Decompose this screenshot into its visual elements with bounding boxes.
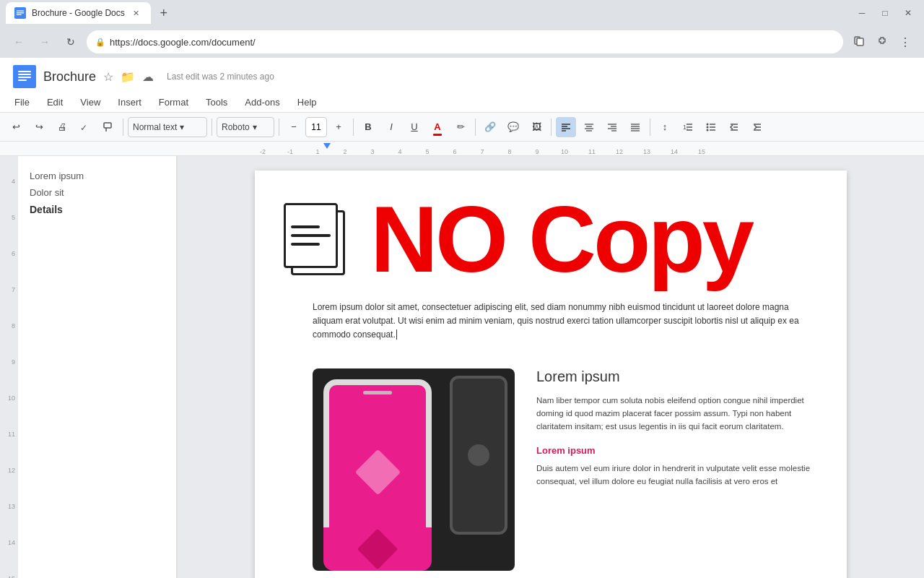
toolbar-separator-7 xyxy=(650,118,650,136)
svg-text:✓: ✓ xyxy=(80,123,87,132)
menu-tools[interactable]: Tools xyxy=(203,94,230,112)
menu-format[interactable]: Format xyxy=(156,94,191,112)
line-number: 7 xyxy=(0,272,18,308)
no-copy-watermark: NO Copy xyxy=(370,192,751,286)
font-select-arrow: ▾ xyxy=(253,122,257,132)
document-title[interactable]: Brochure xyxy=(43,69,96,85)
text-color-button[interactable]: A xyxy=(427,117,448,137)
address-bar: ← → ↻ 🔒 https://docs.google.com/document… xyxy=(0,26,924,58)
print-button[interactable]: 🖨 xyxy=(52,117,72,137)
ruler: -2 -1 1 2 3 4 5 6 7 8 9 10 11 12 13 14 1… xyxy=(0,142,924,156)
svg-point-35 xyxy=(707,126,709,128)
svg-rect-5 xyxy=(857,38,863,46)
redo-button[interactable]: ↪ xyxy=(29,117,49,137)
bold-button[interactable]: B xyxy=(358,117,378,137)
docs-toolbar: ↩ ↪ 🖨 ✓ Normal text ▾ Roboto ▾ − + B I U… xyxy=(0,113,924,142)
tab-close-button[interactable]: ✕ xyxy=(131,7,142,19)
undo-button[interactable]: ↩ xyxy=(6,117,26,137)
line-number: 10 xyxy=(0,380,18,416)
title-bar: Brochure - Google Docs ✕ + ─ □ ✕ xyxy=(0,0,924,26)
right-column[interactable]: Lorem ipsum Nam liber tempor cum soluta … xyxy=(536,368,818,571)
docs-header: Brochure ☆ 📁 ☁ Last edit was 2 minutes a… xyxy=(0,58,924,113)
line-number: 13 xyxy=(0,488,18,525)
menu-edit[interactable]: Edit xyxy=(44,94,66,112)
bookmarks-icon[interactable] xyxy=(849,32,869,52)
maximize-button[interactable]: □ xyxy=(875,3,895,23)
svg-rect-12 xyxy=(104,123,111,128)
url-bar[interactable]: 🔒 https://docs.google.com/document/ xyxy=(87,30,843,53)
doc-icon-front xyxy=(284,203,338,268)
left-margin: 4 5 6 7 8 9 10 11 12 13 14 15 16 xyxy=(0,156,18,578)
browser-tab[interactable]: Brochure - Google Docs ✕ xyxy=(6,2,151,24)
comment-button[interactable]: 💬 xyxy=(503,117,523,137)
outline-item-lorem-ipsum[interactable]: Lorem ipsum xyxy=(30,168,165,184)
indent-less-button[interactable] xyxy=(724,117,744,137)
link-button[interactable]: 🔗 xyxy=(480,117,500,137)
outline-item-details[interactable]: Details xyxy=(30,201,165,218)
italic-button[interactable]: I xyxy=(381,117,401,137)
line-number: 4 xyxy=(0,163,18,199)
menu-help[interactable]: Help xyxy=(295,94,320,112)
svg-rect-10 xyxy=(18,79,27,81)
doc-lines-front xyxy=(284,218,338,253)
minimize-button[interactable]: ─ xyxy=(852,3,872,23)
svg-rect-3 xyxy=(17,14,22,15)
menu-icon[interactable]: ⋮ xyxy=(895,32,915,52)
menu-view[interactable]: View xyxy=(77,94,103,112)
last-edit-text: Last edit was 2 minutes ago xyxy=(167,72,274,82)
align-left-button[interactable] xyxy=(556,117,576,137)
style-select-label: Normal text xyxy=(133,122,177,132)
paint-format-button[interactable] xyxy=(98,117,118,137)
doc-line xyxy=(291,243,320,246)
doc-area[interactable]: NO Copy Lorem ipsum dolor sit amet, cons… xyxy=(178,156,924,578)
outline-item-dolor-sit[interactable]: Dolor sit xyxy=(30,184,165,201)
browser-toolbar-icons: ⋮ xyxy=(849,32,915,52)
back-button[interactable]: ← xyxy=(9,32,29,52)
font-size-input[interactable] xyxy=(305,117,327,137)
highlight-button[interactable]: ✏ xyxy=(450,117,471,137)
line-spacing-button[interactable]: ↕ xyxy=(655,117,675,137)
lorem-section[interactable]: Lorem ipsum dolor sit amet, consectetuer… xyxy=(255,301,847,368)
toolbar-separator-5 xyxy=(475,118,476,136)
numbered-list-button[interactable]: 1. xyxy=(678,117,698,137)
bulleted-list-button[interactable] xyxy=(701,117,721,137)
font-size-control: − + xyxy=(284,117,349,137)
align-right-button[interactable] xyxy=(602,117,622,137)
menu-addons[interactable]: Add-ons xyxy=(242,94,282,112)
forward-button[interactable]: → xyxy=(35,32,55,52)
line-number: 5 xyxy=(0,199,18,236)
new-tab-button[interactable]: + xyxy=(154,3,174,23)
font-select-label: Roboto xyxy=(222,122,250,132)
font-select[interactable]: Roboto ▾ xyxy=(217,117,274,137)
close-button[interactable]: ✕ xyxy=(898,3,918,23)
paragraph-style-select[interactable]: Normal text ▾ xyxy=(128,117,207,137)
svg-rect-9 xyxy=(18,77,31,78)
font-size-decrease-button[interactable]: − xyxy=(284,117,304,137)
menu-file[interactable]: File xyxy=(12,94,32,112)
reload-button[interactable]: ↻ xyxy=(61,32,81,52)
docs-body: 4 5 6 7 8 9 10 11 12 13 14 15 16 Lorem i… xyxy=(0,156,924,578)
line-number: 15 xyxy=(0,561,18,578)
indent-more-button[interactable] xyxy=(747,117,767,137)
lock-icon: 🔒 xyxy=(95,38,105,47)
move-to-folder-icon[interactable]: 📁 xyxy=(119,69,136,85)
align-center-button[interactable] xyxy=(579,117,599,137)
extensions-icon[interactable] xyxy=(872,32,892,52)
align-justify-button[interactable] xyxy=(625,117,645,137)
star-icon[interactable]: ☆ xyxy=(102,69,115,85)
underline-button[interactable]: U xyxy=(404,117,424,137)
toolbar-separator-4 xyxy=(353,118,354,136)
line-number: 11 xyxy=(0,416,18,452)
column-subtitle: Lorem ipsum xyxy=(536,445,818,456)
line-number: 8 xyxy=(0,308,18,344)
column-body2: Duis autem vel eum iriure dolor in hendr… xyxy=(536,462,818,488)
spell-check-button[interactable]: ✓ xyxy=(75,117,95,137)
tab-title: Brochure - Google Docs xyxy=(32,8,125,18)
toolbar-separator-3 xyxy=(279,118,279,136)
menu-insert[interactable]: Insert xyxy=(115,94,144,112)
docs-app-icon xyxy=(12,64,38,90)
toolbar-separator-6 xyxy=(551,118,552,136)
cloud-icon[interactable]: ☁ xyxy=(141,69,155,85)
image-button[interactable]: 🖼 xyxy=(526,117,546,137)
font-size-increase-button[interactable]: + xyxy=(328,117,349,137)
